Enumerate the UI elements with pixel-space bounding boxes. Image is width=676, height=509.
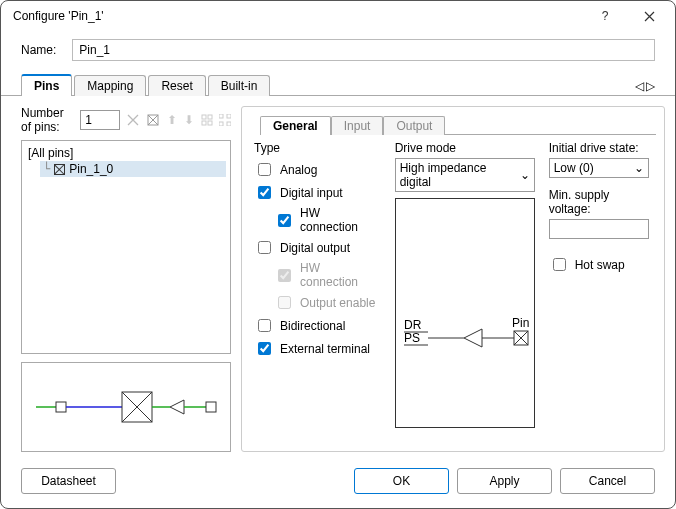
chk-digital-input[interactable]: Digital input [254, 181, 381, 204]
left-panel: Number of pins: ⬆ ⬇ [All pins] └ Pin_1_0 [21, 106, 231, 452]
name-row: Name: [1, 31, 675, 69]
footer: Datasheet OK Apply Cancel [1, 458, 675, 508]
tab-builtin[interactable]: Built-in [208, 75, 271, 96]
help-button[interactable]: ? [583, 2, 627, 30]
tree-branch-icon: └ [43, 162, 50, 176]
tree-item-pin[interactable]: └ Pin_1_0 [40, 161, 226, 177]
close-icon [644, 11, 655, 22]
svg-rect-6 [227, 114, 231, 118]
num-pins-label: Number of pins: [21, 106, 74, 134]
svg-rect-7 [219, 122, 223, 126]
svg-rect-3 [202, 121, 206, 125]
chk-hw-conn-out: HW connection [274, 259, 381, 291]
ok-button[interactable]: OK [354, 468, 449, 494]
num-pins-input[interactable] [80, 110, 120, 130]
group-icon[interactable] [201, 111, 213, 129]
tab-reset[interactable]: Reset [148, 75, 205, 96]
svg-marker-16 [170, 400, 184, 414]
chevron-down-icon: ⌄ [634, 161, 644, 175]
drive-column: Drive mode High impedance digital ⌄ DR P… [395, 141, 535, 428]
tree-root[interactable]: [All pins] [26, 145, 226, 161]
delete-all-icon[interactable] [146, 111, 160, 129]
drive-mode-select[interactable]: High impedance digital ⌄ [395, 158, 535, 192]
subtab-general[interactable]: General [260, 116, 331, 135]
chk-hot-swap[interactable]: Hot swap [549, 253, 652, 276]
svg-rect-10 [56, 402, 66, 412]
tree-item-label: Pin_1_0 [69, 162, 113, 176]
name-input[interactable] [72, 39, 655, 61]
tab-next-icon[interactable]: ▷ [646, 79, 655, 93]
subtab-output[interactable]: Output [383, 116, 445, 135]
pin-preview [21, 362, 231, 452]
initial-drive-select[interactable]: Low (0) ⌄ [549, 158, 649, 178]
general-content: Type Analog Digital input HW connection … [250, 141, 656, 428]
drive-mode-value: High impedance digital [400, 161, 520, 189]
chk-hw-conn-in[interactable]: HW connection [274, 204, 381, 236]
svg-rect-8 [227, 122, 231, 126]
tab-nav: ◁ ▷ [635, 79, 655, 95]
window-title: Configure 'Pin_1' [13, 9, 583, 23]
type-column: Type Analog Digital input HW connection … [254, 141, 381, 428]
state-column: Initial drive state: Low (0) ⌄ Min. supp… [549, 141, 652, 428]
ungroup-icon[interactable] [219, 111, 231, 129]
close-button[interactable] [627, 2, 671, 30]
chk-analog[interactable]: Analog [254, 158, 381, 181]
datasheet-button[interactable]: Datasheet [21, 468, 116, 494]
min-supply-input[interactable] [549, 219, 649, 239]
apply-button[interactable]: Apply [457, 468, 552, 494]
chk-bidirectional[interactable]: Bidirectional [254, 314, 381, 337]
min-supply-header: Min. supply voltage: [549, 188, 652, 216]
svg-rect-18 [206, 402, 216, 412]
cancel-button[interactable]: Cancel [560, 468, 655, 494]
svg-rect-2 [208, 115, 212, 119]
drive-diagram: DR PS Pin [395, 198, 535, 428]
chevron-down-icon: ⌄ [520, 168, 530, 182]
svg-rect-5 [219, 114, 223, 118]
move-up-icon[interactable]: ⬆ [166, 111, 177, 129]
initial-drive-value: Low (0) [554, 161, 594, 175]
svg-text:PS: PS [404, 331, 420, 345]
main-tabs: Pins Mapping Reset Built-in ◁ ▷ [1, 73, 675, 96]
svg-text:DR: DR [404, 318, 422, 332]
tab-mapping[interactable]: Mapping [74, 75, 146, 96]
delete-pin-icon[interactable] [126, 111, 140, 129]
svg-marker-24 [464, 329, 482, 347]
chk-external-terminal[interactable]: External terminal [254, 337, 381, 360]
dialog-window: Configure 'Pin_1' ? Name: Pins Mapping R… [0, 0, 676, 509]
preview-diagram [22, 363, 230, 451]
pin-icon [54, 164, 65, 175]
initial-drive-header: Initial drive state: [549, 141, 652, 155]
titlebar: Configure 'Pin_1' ? [1, 1, 675, 31]
body: Number of pins: ⬆ ⬇ [All pins] └ Pin_1_0 [1, 96, 675, 458]
svg-text:Pin: Pin [512, 316, 529, 330]
right-panel: General Input Output Type Analog Digital… [241, 106, 665, 452]
pin-tree[interactable]: [All pins] └ Pin_1_0 [21, 140, 231, 354]
move-down-icon[interactable]: ⬇ [184, 111, 195, 129]
sub-tabs: General Input Output [260, 115, 656, 135]
chk-digital-output[interactable]: Digital output [254, 236, 381, 259]
num-pins-row: Number of pins: ⬆ ⬇ [21, 106, 231, 134]
name-label: Name: [21, 43, 56, 57]
svg-rect-1 [202, 115, 206, 119]
svg-rect-4 [208, 121, 212, 125]
subtab-input[interactable]: Input [331, 116, 384, 135]
type-header: Type [254, 141, 381, 155]
tab-prev-icon[interactable]: ◁ [635, 79, 644, 93]
tab-pins[interactable]: Pins [21, 74, 72, 96]
drive-mode-header: Drive mode [395, 141, 535, 155]
chk-output-enable: Output enable [274, 291, 381, 314]
